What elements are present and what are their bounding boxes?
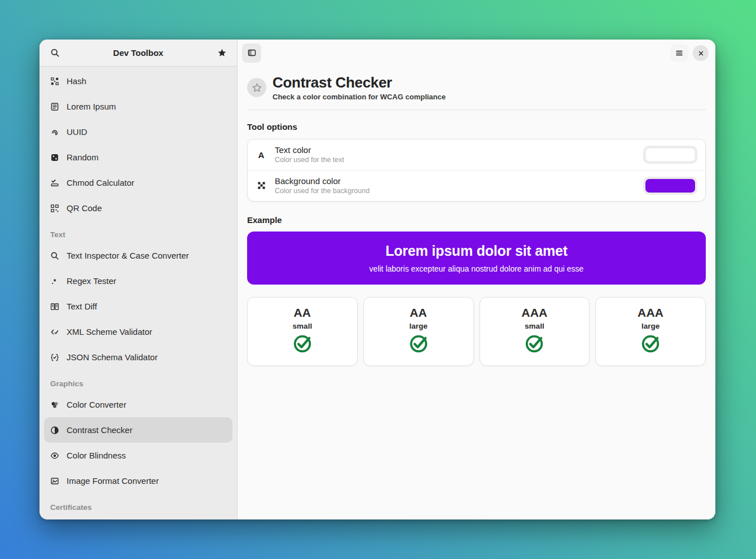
sidebar-item-label: UUID — [67, 127, 87, 137]
xml-validator-icon — [50, 327, 59, 337]
json-validator-icon — [50, 353, 59, 362]
search-icon[interactable] — [46, 45, 63, 62]
background-color-row: Background color Color used for the back… — [248, 170, 705, 201]
image-format-icon — [50, 477, 59, 486]
sidebar-item-color-blindness[interactable]: Color Blindness — [44, 443, 232, 468]
content-area: Contrast Checker Check a color combinati… — [238, 66, 715, 519]
sidebar-item-label: Contrast Checker — [67, 425, 133, 435]
check-circle-icon — [408, 333, 429, 353]
result-level: AA — [293, 306, 311, 320]
svg-text:.*: .* — [51, 277, 56, 285]
result-card-aa-small: AAsmall — [247, 297, 358, 366]
check-circle-icon — [292, 333, 313, 353]
chmod-icon — [50, 178, 59, 187]
sidebar-item-label: QR Code — [67, 203, 102, 213]
result-level: AA — [410, 306, 427, 320]
text-color-swatch[interactable] — [643, 146, 697, 164]
sidebar-item-json-schema-validator[interactable]: JSON Schema Validator — [44, 344, 232, 370]
sidebar-item-label: XML Scheme Validator — [67, 327, 152, 337]
sidebar-item-regex-tester[interactable]: .*Regex Tester — [44, 268, 232, 294]
main-headerbar — [238, 40, 715, 66]
text-diff-icon — [50, 302, 59, 311]
sidebar-item-image-format-converter[interactable]: Image Format Converter — [44, 468, 232, 494]
star-outline-icon — [252, 82, 262, 93]
result-size: large — [409, 322, 427, 330]
sidebar-item-label: Color Converter — [67, 400, 126, 409]
sidebar: Dev Toolbox HashLorem IpsumUUIDRandomChm… — [39, 40, 238, 519]
page-title: Contrast Checker — [272, 75, 446, 91]
sidebar-section-graphics: Graphics — [44, 370, 232, 392]
random-icon — [50, 153, 59, 162]
sidebar-item-label: Regex Tester — [67, 276, 116, 286]
lorem-ipsum-icon — [50, 102, 59, 111]
text-color-row: A Text color Color used for the text — [248, 139, 705, 170]
text-color-title: Text color — [275, 145, 344, 155]
sidebar-item-label: Chmod Calculator — [67, 178, 134, 187]
sidebar-header: Dev Toolbox — [39, 40, 237, 67]
background-color-swatch[interactable] — [643, 177, 697, 195]
text-a-icon: A — [256, 149, 267, 160]
example-body: velit laboris excepteur aliqua nostrud d… — [370, 264, 584, 273]
page-subtitle: Check a color combination for WCAG compl… — [272, 93, 446, 101]
sidebar-item-random[interactable]: Random — [44, 145, 232, 170]
sidebar-item-label: Text Inspector & Case Converter — [67, 251, 189, 260]
result-card-aa-large: AAlarge — [363, 297, 474, 366]
close-window-button[interactable] — [693, 45, 709, 61]
qr-code-icon — [50, 204, 59, 213]
results-grid: AAsmallAAlargeAAAsmallAAAlarge — [247, 297, 706, 366]
text-inspector-icon — [50, 251, 59, 260]
tool-title-row: Contrast Checker Check a color combinati… — [247, 75, 706, 101]
header-divider — [247, 110, 706, 110]
sidebar-item-label: Color Blindness — [67, 451, 126, 460]
sidebar-item-color-converter[interactable]: Color Converter — [44, 392, 232, 417]
example-heading: Lorem ipsum dolor sit amet — [385, 243, 568, 259]
background-color-swatch-fill — [645, 179, 695, 193]
sidebar-list: HashLorem IpsumUUIDRandomChmod Calculato… — [39, 67, 237, 519]
sidebar-item-qr-code[interactable]: QR Code — [44, 195, 232, 221]
result-size: large — [641, 322, 660, 330]
example-label: Example — [247, 215, 706, 225]
sidebar-item-text-diff[interactable]: Text Diff — [44, 294, 232, 319]
sidebar-item-uuid[interactable]: UUID — [44, 119, 232, 145]
uuid-icon — [50, 128, 59, 137]
sidebar-item-label: Lorem Ipsum — [67, 102, 116, 111]
favorite-tool-button[interactable] — [247, 78, 266, 97]
sidebar-item-text-inspector-case-converter[interactable]: Text Inspector & Case Converter — [44, 243, 232, 268]
color-blindness-icon — [50, 451, 59, 460]
app-window: Dev Toolbox HashLorem IpsumUUIDRandomChm… — [39, 40, 715, 519]
sidebar-item-chmod-calculator[interactable]: Chmod Calculator — [44, 170, 232, 195]
contrast-checker-icon — [50, 426, 59, 435]
result-level: AAA — [521, 306, 547, 320]
result-size: small — [525, 322, 544, 330]
text-color-subtitle: Color used for the text — [275, 156, 344, 164]
hash-icon — [50, 77, 59, 86]
example-preview: Lorem ipsum dolor sit amet velit laboris… — [247, 232, 706, 285]
text-color-swatch-fill — [645, 148, 695, 161]
sidebar-item-contrast-checker[interactable]: Contrast Checker — [44, 417, 232, 443]
favorites-star-icon[interactable] — [213, 45, 230, 62]
sidebar-item-label: Random — [67, 152, 99, 162]
background-color-subtitle: Color used for the background — [275, 187, 370, 195]
tool-options-label: Tool options — [247, 122, 706, 132]
sidebar-toggle-button[interactable] — [242, 43, 261, 63]
sidebar-section-text: Text — [44, 221, 232, 243]
check-circle-icon — [524, 333, 544, 353]
background-color-title: Background color — [275, 176, 370, 186]
result-card-aaa-small: AAAsmall — [480, 297, 590, 366]
main-menu-button[interactable] — [670, 44, 688, 62]
svg-text:A: A — [258, 150, 265, 159]
result-card-aaa-large: AAAlarge — [595, 297, 706, 366]
sidebar-section-certificates: Certificates — [44, 494, 232, 516]
sidebar-item-label: Image Format Converter — [67, 476, 159, 486]
main-panel: Contrast Checker Check a color combinati… — [238, 40, 715, 519]
sidebar-item-lorem-ipsum[interactable]: Lorem Ipsum — [44, 94, 232, 119]
app-title: Dev Toolbox — [67, 48, 210, 58]
sidebar-item-label: Text Diff — [67, 302, 97, 311]
result-level: AAA — [638, 306, 663, 320]
tool-options-card: A Text color Color used for the text Bac… — [247, 139, 706, 202]
regex-icon: .* — [50, 277, 59, 286]
sidebar-item-label: Hash — [67, 76, 86, 86]
sidebar-item-xml-scheme-validator[interactable]: XML Scheme Validator — [44, 319, 232, 344]
sidebar-item-hash[interactable]: Hash — [44, 68, 232, 94]
result-size: small — [293, 322, 313, 330]
